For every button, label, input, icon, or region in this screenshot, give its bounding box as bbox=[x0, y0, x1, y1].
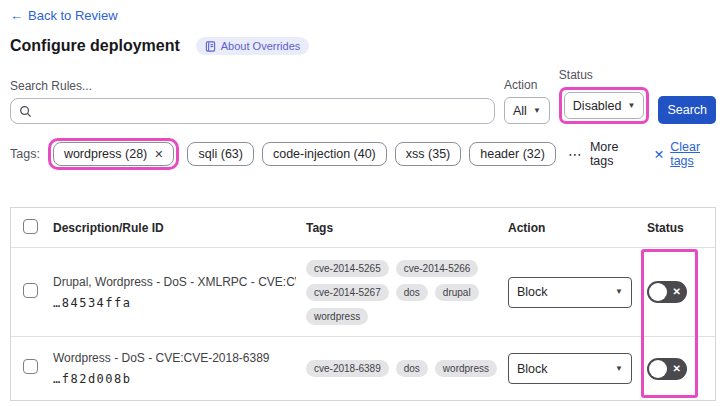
action-filter-group: Action All ▼ bbox=[504, 78, 550, 124]
search-icon bbox=[19, 105, 32, 118]
rule-status-toggle-off[interactable]: ✕ bbox=[647, 281, 687, 303]
header-checkbox-cell bbox=[11, 219, 53, 237]
tag-filter-pill[interactable]: code-injection (40) bbox=[262, 142, 387, 166]
page-title: Configure deployment bbox=[10, 37, 180, 55]
select-all-checkbox[interactable] bbox=[23, 219, 38, 234]
about-overrides-badge[interactable]: About Overrides bbox=[196, 37, 309, 55]
back-to-review-link[interactable]: ← Back to Review bbox=[10, 8, 118, 23]
rule-description: Drupal, Wordpress - DoS - XMLRPC - CVE:C… bbox=[53, 275, 296, 289]
chevron-down-icon: ▼ bbox=[627, 102, 635, 110]
status-filter-value: Disabled bbox=[573, 99, 622, 113]
rule-tag-chip: dos bbox=[396, 360, 428, 377]
tags-filter-row: Tags: wordpress (28) ✕ sqli (63)code-inj… bbox=[10, 138, 716, 170]
selected-tag-label: wordpress (28) bbox=[64, 147, 147, 161]
book-icon bbox=[205, 41, 216, 52]
tag-filter-pill[interactable]: sqli (63) bbox=[187, 142, 253, 166]
col-header-status: Status bbox=[639, 221, 715, 235]
clear-tags-x-icon: ✕ bbox=[654, 147, 664, 162]
table-header-row: Description/Rule ID Tags Action Status bbox=[11, 208, 715, 247]
back-arrow-icon: ← bbox=[10, 8, 23, 23]
rule-description-cell: Drupal, Wordpress - DoS - XMLRPC - CVE:C… bbox=[53, 275, 306, 310]
tags-label: Tags: bbox=[10, 147, 40, 161]
rule-tag-chip: cve-2014-5266 bbox=[396, 260, 479, 277]
search-rules-label: Search Rules... bbox=[10, 79, 495, 93]
action-filter-value: All bbox=[513, 104, 527, 118]
rule-tag-chip: wordpress bbox=[306, 308, 368, 325]
action-filter-label: Action bbox=[504, 78, 550, 92]
tag-filter-pill[interactable]: xss (35) bbox=[395, 142, 461, 166]
table-row: Drupal, Wordpress - DoS - XMLRPC - CVE:C… bbox=[11, 247, 715, 336]
configure-deployment-page: ← Back to Review Configure deployment Ab… bbox=[0, 0, 725, 401]
rule-status-cell: ✕ bbox=[639, 358, 715, 380]
search-button[interactable]: Search bbox=[658, 96, 716, 124]
ellipsis-icon: ⋯ bbox=[568, 146, 583, 162]
row-checkbox[interactable] bbox=[23, 283, 38, 298]
rule-status-toggle-off[interactable]: ✕ bbox=[647, 358, 687, 380]
search-rules-group: Search Rules... bbox=[10, 79, 495, 124]
row-checkbox-cell bbox=[11, 283, 53, 302]
rule-tag-chip: drupal bbox=[435, 284, 479, 301]
rule-description-cell: Wordpress - DoS - CVE:CVE-2018-6389 …f82… bbox=[53, 351, 306, 386]
rule-action-cell: Block ▼ bbox=[508, 353, 639, 384]
row-checkbox-cell bbox=[11, 359, 53, 378]
back-link-label: Back to Review bbox=[28, 8, 118, 23]
more-tags-button[interactable]: ⋯ More tags bbox=[568, 140, 634, 168]
tag-filter-pill-wordpress[interactable]: wordpress (28) ✕ bbox=[53, 142, 175, 166]
col-header-action: Action bbox=[508, 221, 639, 235]
filter-row: Search Rules... Action All ▼ Status bbox=[10, 68, 716, 124]
status-filter-label: Status bbox=[559, 68, 650, 82]
rule-tags-cell: cve-2014-5265cve-2014-5266cve-2014-5267d… bbox=[306, 260, 508, 325]
search-rules-box[interactable] bbox=[10, 98, 495, 124]
search-rules-input[interactable] bbox=[38, 104, 486, 118]
rule-action-select[interactable]: Block ▼ bbox=[508, 353, 632, 384]
col-header-description: Description/Rule ID bbox=[53, 221, 306, 235]
rule-tag-chip: cve-2018-6389 bbox=[306, 360, 389, 377]
rule-id: …f82d008b bbox=[53, 372, 296, 386]
tag-pill-list: sqli (63)code-injection (40)xss (35)head… bbox=[187, 142, 555, 166]
rule-action-value: Block bbox=[517, 285, 548, 299]
rule-tag-chip: dos bbox=[396, 284, 428, 301]
remove-tag-icon[interactable]: ✕ bbox=[154, 148, 163, 161]
row-checkbox[interactable] bbox=[23, 359, 38, 374]
more-tags-label: More tags bbox=[590, 140, 634, 168]
chevron-down-icon: ▼ bbox=[615, 365, 623, 373]
status-filter-select[interactable]: Disabled ▼ bbox=[564, 92, 645, 119]
rules-table: Description/Rule ID Tags Action Status D… bbox=[10, 207, 716, 401]
rule-description: Wordpress - DoS - CVE:CVE-2018-6389 bbox=[53, 351, 296, 365]
toggle-knob bbox=[649, 360, 667, 378]
rule-tag-chip: cve-2014-5267 bbox=[306, 284, 389, 301]
selected-tag-highlight: wordpress (28) ✕ bbox=[48, 138, 180, 170]
status-filter-highlight: Disabled ▼ bbox=[559, 87, 650, 124]
title-row: Configure deployment About Overrides bbox=[10, 37, 716, 55]
clear-tags-link[interactable]: ✕ Clear tags bbox=[654, 140, 716, 168]
rule-action-value: Block bbox=[517, 362, 548, 376]
status-filter-group: Status Disabled ▼ bbox=[559, 68, 650, 124]
rule-tag-chip: wordpress bbox=[435, 360, 497, 377]
about-overrides-label: About Overrides bbox=[221, 40, 300, 52]
rule-tags-cell: cve-2018-6389doswordpress bbox=[306, 360, 508, 377]
rule-id: …84534ffa bbox=[53, 296, 296, 310]
chevron-down-icon: ▼ bbox=[533, 107, 541, 115]
rule-action-select[interactable]: Block ▼ bbox=[508, 277, 632, 308]
action-filter-select[interactable]: All ▼ bbox=[504, 97, 550, 124]
rule-action-cell: Block ▼ bbox=[508, 277, 639, 308]
tag-filter-pill[interactable]: header (32) bbox=[469, 142, 556, 166]
toggle-x-icon: ✕ bbox=[673, 287, 681, 297]
rule-tag-chip: cve-2014-5265 bbox=[306, 260, 389, 277]
clear-tags-label: Clear tags bbox=[670, 140, 716, 168]
col-header-tags: Tags bbox=[306, 221, 508, 235]
rule-status-cell: ✕ bbox=[639, 281, 715, 303]
table-row: Wordpress - DoS - CVE:CVE-2018-6389 …f82… bbox=[11, 336, 715, 400]
toggle-x-icon: ✕ bbox=[673, 364, 681, 374]
toggle-knob bbox=[649, 283, 667, 301]
chevron-down-icon: ▼ bbox=[615, 288, 623, 296]
